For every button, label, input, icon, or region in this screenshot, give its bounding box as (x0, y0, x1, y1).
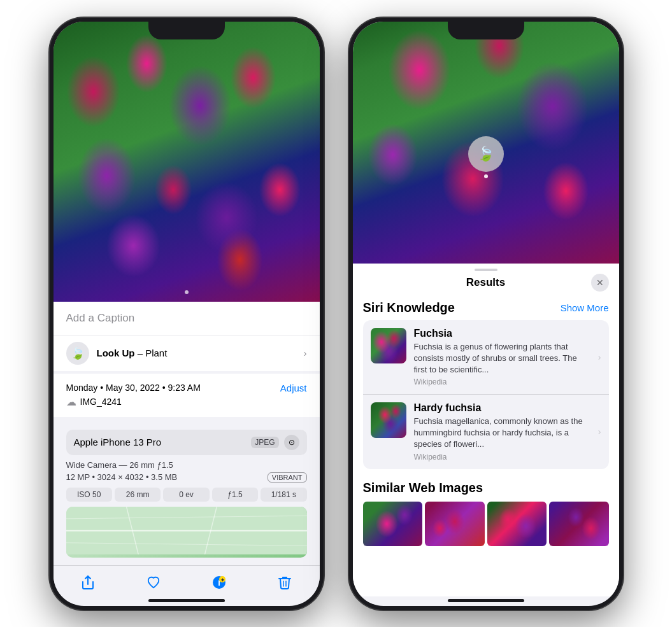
device-section: Apple iPhone 13 Pro JPEG ⊙ Wide Camera —… (54, 422, 320, 565)
similar-section: Similar Web Images (353, 474, 619, 551)
filename: IMG_4241 (80, 397, 122, 407)
visual-lookup-icon: 🍃 (66, 342, 89, 365)
siri-item-hardy[interactable]: Hardy fuchsia Fuchsia magellanica, commo… (363, 394, 609, 469)
hardy-title: Hardy fuchsia (414, 402, 590, 414)
adjust-button[interactable]: Adjust (280, 383, 307, 393)
results-close-button[interactable]: ✕ (591, 274, 609, 292)
similar-images-row (363, 502, 609, 546)
right-home-bar (448, 599, 524, 602)
results-header: Results ✕ (353, 271, 619, 294)
meta-row: Monday • May 30, 2022 • 9:23 AM Adjust (66, 383, 307, 393)
hardy-content: Hardy fuchsia Fuchsia magellanica, commo… (414, 402, 590, 461)
map-preview[interactable] (66, 507, 307, 558)
exif-aperture: ƒ1.5 (212, 488, 258, 502)
visual-lookup-leaf: 🍃 (477, 146, 494, 162)
fuchsia-content: Fuchsia Fuchsia is a genus of flowering … (414, 328, 590, 387)
toolbar: i ✦ (54, 565, 320, 596)
fuchsia-source: Wikipedia (414, 377, 590, 386)
share-button[interactable] (79, 574, 97, 591)
home-bar (148, 599, 225, 602)
siri-knowledge-section: Siri Knowledge Show More Fuchsia Fuchsia… (353, 294, 619, 474)
siri-item-fuchsia[interactable]: Fuchsia Fuchsia is a genus of flowering … (363, 320, 609, 395)
similar-img-1[interactable] (363, 502, 423, 546)
jpeg-badge: JPEG (251, 437, 278, 448)
visual-lookup-button[interactable]: 🍃 (468, 136, 504, 172)
meta-date: Monday • May 30, 2022 • 9:23 AM (66, 383, 201, 393)
page-indicator (185, 290, 189, 294)
fuchsia-desc: Fuchsia is a genus of flowering plants t… (414, 341, 590, 376)
camera-info: Wide Camera — 26 mm ƒ1.5 (66, 460, 307, 470)
device-badges: JPEG ⊙ (251, 435, 299, 450)
device-name: Apple iPhone 13 Pro (74, 437, 162, 447)
settings-badge: ⊙ (284, 435, 299, 450)
siri-knowledge-title: Siri Knowledge (363, 300, 455, 315)
file-info-row: 12 MP • 3024 × 4032 • 3.5 MB VIBRANT (66, 472, 307, 483)
caption-area[interactable]: Add a Caption (54, 302, 320, 335)
device-row: Apple iPhone 13 Pro JPEG ⊙ (66, 430, 307, 455)
fuchsia-chevron: › (598, 352, 601, 362)
caption-placeholder[interactable]: Add a Caption (66, 312, 135, 324)
similar-title: Similar Web Images (363, 481, 609, 495)
cloud-icon: ☁ (66, 396, 76, 408)
fuchsia-thumbnail (371, 328, 406, 363)
siri-header: Siri Knowledge Show More (363, 300, 609, 315)
photo-area-right[interactable]: 🍃 (353, 22, 619, 264)
vibrant-badge: VIBRANT (268, 472, 307, 483)
left-phone: Add a Caption 🍃 Look Up – Plant › Monday… (50, 18, 324, 610)
meta-section: Monday • May 30, 2022 • 9:23 AM Adjust ☁… (54, 374, 320, 417)
similar-img-4[interactable] (549, 502, 609, 546)
exif-iso: ISO 50 (66, 488, 112, 502)
hardy-thumbnail (371, 402, 406, 438)
similar-img-2[interactable] (425, 502, 485, 546)
exif-focal: 26 mm (115, 488, 161, 502)
siri-card: Fuchsia Fuchsia is a genus of flowering … (363, 320, 609, 469)
filename-row: ☁ IMG_4241 (66, 396, 307, 408)
hardy-chevron: › (598, 426, 601, 437)
left-screen: Add a Caption 🍃 Look Up – Plant › Monday… (54, 22, 320, 606)
visual-lookup-dot (484, 174, 488, 178)
lookup-row[interactable]: 🍃 Look Up – Plant › (54, 335, 320, 371)
lookup-dash: – (138, 348, 146, 358)
favorite-button[interactable] (145, 574, 162, 591)
file-info: 12 MP • 3024 × 4032 • 3.5 MB (66, 472, 178, 482)
photo-area[interactable] (54, 22, 320, 302)
similar-img-3[interactable] (487, 502, 547, 546)
exif-ev: 0 ev (163, 488, 209, 502)
exif-row: ISO 50 26 mm 0 ev ƒ1.5 1/181 s (66, 488, 307, 502)
hardy-source: Wikipedia (414, 453, 590, 461)
lookup-text: Look Up – Plant (97, 348, 168, 358)
right-screen: 🍃 Results ✕ Siri Knowledge Show More (353, 22, 619, 606)
delete-button[interactable] (276, 574, 294, 591)
results-panel: Results ✕ Siri Knowledge Show More (353, 264, 619, 596)
info-button[interactable]: i ✦ (210, 574, 228, 591)
lookup-chevron: › (304, 348, 307, 358)
flower-photo (54, 22, 320, 302)
results-title: Results (466, 276, 505, 289)
hardy-desc: Fuchsia magellanica, commonly known as t… (414, 416, 590, 451)
exif-shutter: 1/181 s (261, 488, 306, 502)
show-more-button[interactable]: Show More (561, 302, 609, 313)
leaf-icon: 🍃 (71, 346, 85, 360)
svg-text:✦: ✦ (220, 577, 225, 583)
fuchsia-title: Fuchsia (414, 328, 590, 339)
right-phone: 🍃 Results ✕ Siri Knowledge Show More (349, 18, 623, 610)
info-panel: Add a Caption 🍃 Look Up – Plant › Monday… (54, 302, 320, 565)
